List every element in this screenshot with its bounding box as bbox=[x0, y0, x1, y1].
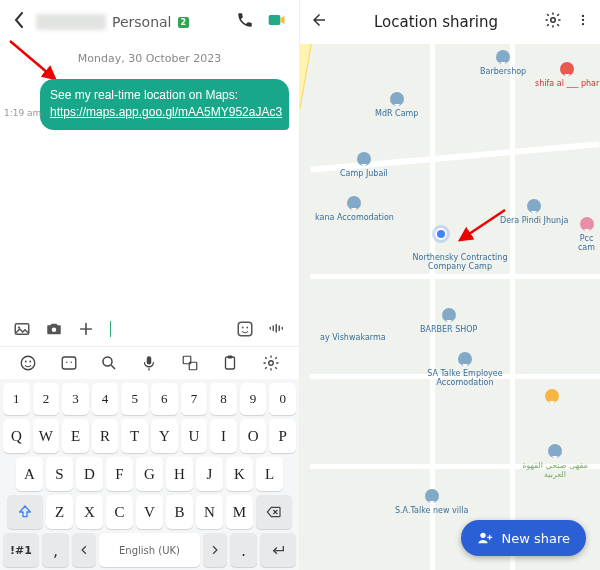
back-icon[interactable] bbox=[10, 12, 28, 32]
kb-key-x[interactable]: X bbox=[76, 495, 103, 529]
poi-jubail[interactable]: Camp Jubail bbox=[340, 152, 388, 179]
kb-key-l[interactable]: L bbox=[256, 457, 283, 491]
poi-vishwakarma[interactable]: ay Vishwakarma bbox=[320, 334, 386, 343]
kb-key-o[interactable]: O bbox=[240, 419, 267, 453]
poi-villa[interactable]: S.A.Talke new villa bbox=[395, 489, 468, 516]
kb-shift[interactable] bbox=[7, 495, 43, 529]
new-share-button[interactable]: New share bbox=[461, 520, 586, 556]
kb-key-4[interactable]: 4 bbox=[92, 383, 119, 415]
poi-mdr[interactable]: MdR Camp bbox=[375, 92, 418, 119]
kb-key-s[interactable]: S bbox=[46, 457, 73, 491]
mic-icon[interactable] bbox=[139, 353, 159, 373]
translate-icon[interactable] bbox=[180, 353, 200, 373]
new-share-label: New share bbox=[501, 531, 570, 546]
poi-northensky[interactable]: Northensky Contracting Company Camp bbox=[405, 254, 515, 272]
svg-point-6 bbox=[246, 327, 248, 329]
kb-period[interactable]: . bbox=[230, 533, 257, 567]
poi-barbershop[interactable]: Barbershop bbox=[480, 50, 526, 77]
kb-lang-prev[interactable] bbox=[72, 533, 96, 567]
svg-rect-14 bbox=[147, 356, 152, 364]
message-input[interactable] bbox=[108, 318, 223, 340]
kb-key-2[interactable]: 2 bbox=[33, 383, 60, 415]
kb-key-k[interactable]: K bbox=[226, 457, 253, 491]
poi-satalke[interactable]: SA Talke Employee Accomodation bbox=[415, 352, 515, 387]
emoji-icon[interactable] bbox=[18, 353, 38, 373]
kb-key-q[interactable]: Q bbox=[3, 419, 30, 453]
kb-key-m[interactable]: M bbox=[226, 495, 253, 529]
search-icon[interactable] bbox=[99, 353, 119, 373]
kb-key-0[interactable]: 0 bbox=[269, 383, 296, 415]
kb-key-1[interactable]: 1 bbox=[3, 383, 30, 415]
message-row: 1:19 am See my real-time location on Map… bbox=[0, 65, 299, 130]
kb-lang-next[interactable] bbox=[203, 533, 227, 567]
voice-call-icon[interactable] bbox=[233, 11, 257, 33]
kb-key-t[interactable]: T bbox=[121, 419, 148, 453]
gallery-icon[interactable] bbox=[12, 319, 32, 339]
poi-shifa[interactable]: shifa al ___ phar bbox=[535, 62, 599, 89]
kb-key-a[interactable]: A bbox=[16, 457, 43, 491]
sticker-icon[interactable] bbox=[235, 319, 255, 339]
kb-key-v[interactable]: V bbox=[136, 495, 163, 529]
map-canvas[interactable]: Barbershop shifa al ___ phar MdR Camp Ca… bbox=[300, 44, 600, 570]
kb-space[interactable]: English (UK) bbox=[99, 533, 200, 567]
kb-key-f[interactable]: F bbox=[106, 457, 133, 491]
road bbox=[310, 274, 600, 279]
add-person-icon bbox=[477, 530, 493, 546]
kb-symbols[interactable]: !#1 bbox=[3, 533, 39, 567]
kb-key-c[interactable]: C bbox=[106, 495, 133, 529]
kb-key-d[interactable]: D bbox=[76, 457, 103, 491]
svg-point-7 bbox=[21, 356, 35, 370]
settings-icon[interactable] bbox=[544, 11, 562, 33]
composer-bar bbox=[0, 312, 299, 346]
settings-icon[interactable] bbox=[261, 353, 281, 373]
kb-key-y[interactable]: Y bbox=[151, 419, 178, 453]
svg-point-9 bbox=[30, 361, 32, 363]
kb-key-h[interactable]: H bbox=[166, 457, 193, 491]
more-icon[interactable] bbox=[576, 11, 590, 33]
video-call-icon[interactable] bbox=[265, 10, 289, 34]
kb-key-p[interactable]: P bbox=[269, 419, 296, 453]
kb-enter[interactable] bbox=[260, 533, 296, 567]
kb-key-8[interactable]: 8 bbox=[210, 383, 237, 415]
kb-comma[interactable]: , bbox=[42, 533, 69, 567]
kb-key-9[interactable]: 9 bbox=[240, 383, 267, 415]
back-icon[interactable] bbox=[310, 11, 328, 33]
kb-key-z[interactable]: Z bbox=[46, 495, 73, 529]
my-location-dot[interactable] bbox=[435, 228, 447, 240]
kb-key-w[interactable]: W bbox=[33, 419, 60, 453]
poi-arabic[interactable]: مقهى صنحي القهوة العربية bbox=[520, 444, 590, 479]
location-link[interactable]: https://maps.app.goo.gl/mAA5MY952aJAc3 bbox=[50, 105, 282, 119]
kb-key-j[interactable]: J bbox=[196, 457, 223, 491]
kb-key-g[interactable]: G bbox=[136, 457, 163, 491]
kb-key-b[interactable]: B bbox=[166, 495, 193, 529]
add-icon[interactable] bbox=[76, 319, 96, 339]
kb-key-5[interactable]: 5 bbox=[121, 383, 148, 415]
kb-key-7[interactable]: 7 bbox=[181, 383, 208, 415]
kb-number-row: 1 2 3 4 5 6 7 8 9 0 bbox=[3, 383, 296, 415]
voice-input-icon[interactable] bbox=[267, 319, 287, 339]
kb-row-4: !#1 , English (UK) . bbox=[3, 533, 296, 567]
clipboard-icon[interactable] bbox=[220, 353, 240, 373]
poi-kana[interactable]: kana Accomodation bbox=[315, 196, 394, 223]
kb-key-e[interactable]: E bbox=[62, 419, 89, 453]
location-sharing-screen: Location sharing Barbershop shifa al ___… bbox=[300, 0, 600, 570]
gif-icon[interactable] bbox=[59, 353, 79, 373]
poi-barber-shop[interactable]: BARBER SHOP bbox=[420, 308, 477, 335]
contact-title[interactable]: Personal 2 bbox=[36, 14, 225, 30]
poi-restaurant[interactable] bbox=[545, 389, 559, 407]
kb-key-i[interactable]: I bbox=[210, 419, 237, 453]
svg-point-21 bbox=[582, 15, 584, 17]
kb-key-u[interactable]: U bbox=[181, 419, 208, 453]
kb-key-r[interactable]: R bbox=[92, 419, 119, 453]
poi-pcc[interactable]: Pcc cam bbox=[573, 217, 600, 252]
message-bubble[interactable]: See my real-time location on Maps: https… bbox=[40, 79, 289, 130]
kb-key-3[interactable]: 3 bbox=[62, 383, 89, 415]
kb-key-6[interactable]: 6 bbox=[151, 383, 178, 415]
kb-backspace[interactable] bbox=[256, 495, 292, 529]
poi-dera[interactable]: Dera Pindi Jhunja bbox=[500, 199, 568, 226]
camera-icon[interactable] bbox=[44, 319, 64, 339]
unread-badge: 2 bbox=[178, 17, 190, 28]
kb-key-n[interactable]: N bbox=[196, 495, 223, 529]
svg-line-24 bbox=[460, 210, 505, 240]
svg-point-25 bbox=[481, 533, 486, 538]
